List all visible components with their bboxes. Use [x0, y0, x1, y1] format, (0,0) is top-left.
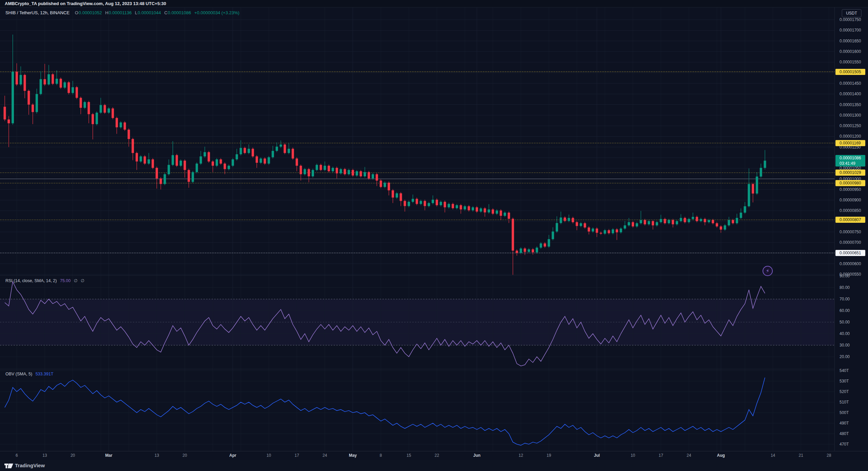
rsi-tick-70: 70.00 — [840, 297, 850, 302]
time-tick-20: 20 — [71, 453, 75, 458]
publication-title: AMBCrypto_TA published on TradingView.co… — [5, 1, 166, 6]
rsi-value: 75.00 — [60, 278, 71, 283]
price-tick-1350: 0.00001350 — [840, 102, 861, 107]
low-letter: L — [135, 10, 137, 15]
price-tick-1250: 0.00001250 — [840, 123, 861, 129]
time-tick-6: 6 — [16, 453, 18, 458]
obv-tick-500: 500T — [840, 410, 849, 415]
high-value: 0.00001136 — [109, 10, 132, 15]
rsi-empty-value: ∅ — [74, 278, 78, 283]
obv-value: 533.391T — [36, 372, 54, 376]
pane-separator[interactable] — [0, 369, 868, 369]
rsi-empty-value-2: ∅ — [81, 278, 84, 283]
time-tick-15: 15 — [407, 453, 411, 458]
time-tick-13: 13 — [155, 453, 159, 458]
level-label-980: 0.00000980 — [835, 180, 865, 186]
price-tick-1650: 0.00001650 — [840, 39, 861, 44]
obv-title: OBV (SMA, 5) — [5, 372, 32, 376]
obv-legend[interactable]: OBV (SMA, 5) 533.391T — [5, 372, 56, 376]
rsi-tick-90: 90.00 — [840, 274, 850, 279]
candle-countdown: 03:41:49 — [840, 161, 865, 166]
level-label-1505: 0.00001505 — [835, 69, 865, 75]
time-tick-28: 28 — [827, 453, 831, 458]
obv-tick-490: 490T — [840, 421, 849, 426]
rsi-tick-50: 50.00 — [840, 320, 850, 325]
rsi-tick-40: 40.00 — [840, 331, 850, 336]
pane-separator[interactable] — [0, 275, 868, 276]
current-price-label: 0.00001086 03:41:49 — [835, 155, 865, 166]
time-tick-May: May — [349, 453, 357, 458]
time-tick-12: 12 — [519, 453, 523, 458]
level-label-807: 0.00000807 — [835, 217, 865, 223]
price-tick-1400: 0.00001400 — [840, 92, 861, 97]
price-tick-1600: 0.00001600 — [840, 49, 861, 54]
change-value: +0.00000034 (+3.23%) — [194, 10, 239, 15]
rsi-tick-80: 80.00 — [840, 285, 850, 290]
obv-line — [5, 377, 765, 445]
time-tick-14: 14 — [771, 453, 775, 458]
level-label-1029: 0.00001029 — [835, 170, 865, 176]
time-tick-Aug: Aug — [717, 453, 725, 458]
obv-tick-480: 480T — [840, 431, 849, 436]
open-letter: O — [75, 10, 78, 15]
price-tick-950: 0.00000950 — [840, 187, 861, 192]
main-price-pane[interactable] — [0, 7, 834, 275]
time-tick-8: 8 — [380, 453, 382, 458]
time-tick-Jun: Jun — [473, 453, 480, 458]
obv-tick-470: 470T — [840, 442, 849, 447]
price-tick-700: 0.00000700 — [840, 240, 861, 245]
tradingview-published-chart: AMBCrypto_TA published on TradingView.co… — [0, 0, 868, 471]
time-tick-19: 19 — [547, 453, 551, 458]
price-tick-600: 0.00000600 — [840, 261, 861, 267]
obv-chart-canvas[interactable] — [0, 369, 834, 451]
time-tick-24: 24 — [322, 453, 327, 458]
time-tick-Apr: Apr — [229, 453, 236, 458]
level-label-651: 0.00000651 — [835, 250, 865, 256]
rsi-pane[interactable] — [0, 275, 834, 369]
price-tick-850: 0.00000850 — [840, 208, 861, 213]
price-tick-1750: 0.00001750 — [840, 17, 861, 22]
symbol-title: SHIB / TetherUS, 12h, BINANCE — [5, 10, 70, 15]
price-tick-1550: 0.00001550 — [840, 60, 861, 65]
boost-lightning-icon[interactable]: ⚡ — [763, 266, 773, 276]
close-value: 0.00001086 — [168, 10, 191, 15]
time-tick-17: 17 — [295, 453, 299, 458]
rsi-title: RSI (14, close, SMA, 14, 2) — [5, 278, 57, 283]
close-letter: C — [164, 10, 167, 15]
rsi-tick-20: 20.00 — [840, 354, 850, 359]
time-axis[interactable]: 61320Mar1320Apr101724May81522Jun1219Jul1… — [0, 451, 868, 460]
time-tick-24: 24 — [687, 453, 691, 458]
time-tick-Mar: Mar — [105, 453, 112, 458]
price-axis[interactable]: USDT 0.00001086 03:41:49 0.000017500.000… — [834, 7, 868, 451]
rsi-chart-canvas[interactable] — [0, 275, 834, 369]
price-tick-1300: 0.00001300 — [840, 113, 861, 118]
price-tick-1450: 0.00001450 — [840, 81, 861, 86]
footer-bar: TradingView — [0, 460, 868, 471]
level-label-1169: 0.00001169 — [835, 140, 865, 146]
obv-tick-530: 530T — [840, 379, 849, 384]
symbol-legend[interactable]: SHIB / TetherUS, 12h, BINANCE O0.0000105… — [5, 10, 241, 15]
rsi-legend[interactable]: RSI (14, close, SMA, 14, 2) 75.00 ∅ ∅ — [5, 278, 86, 283]
open-value: 0.00001052 — [79, 10, 102, 15]
obv-tick-540: 540T — [840, 368, 849, 373]
price-tick-900: 0.00000900 — [840, 198, 861, 203]
current-price-value: 0.00001086 — [840, 155, 865, 161]
main-chart-canvas[interactable] — [0, 7, 834, 275]
price-tick-1200: 0.00001200 — [840, 134, 861, 139]
time-tick-10: 10 — [631, 453, 635, 458]
time-tick-Jul: Jul — [594, 453, 600, 458]
rsi-tick-60: 60.00 — [840, 308, 850, 313]
price-tick-750: 0.00000750 — [840, 230, 861, 235]
time-tick-20: 20 — [182, 453, 187, 458]
time-tick-10: 10 — [267, 453, 271, 458]
obv-tick-520: 520T — [840, 389, 849, 394]
tradingview-logo-icon[interactable] — [4, 463, 13, 469]
low-value: 0.00001044 — [138, 10, 161, 15]
high-letter: H — [105, 10, 108, 15]
footer-brand[interactable]: TradingView — [15, 463, 45, 468]
time-tick-22: 22 — [435, 453, 439, 458]
currency-unit-button[interactable]: USDT — [842, 9, 862, 17]
time-tick-13: 13 — [42, 453, 47, 458]
time-tick-17: 17 — [659, 453, 663, 458]
obv-pane[interactable] — [0, 369, 834, 451]
